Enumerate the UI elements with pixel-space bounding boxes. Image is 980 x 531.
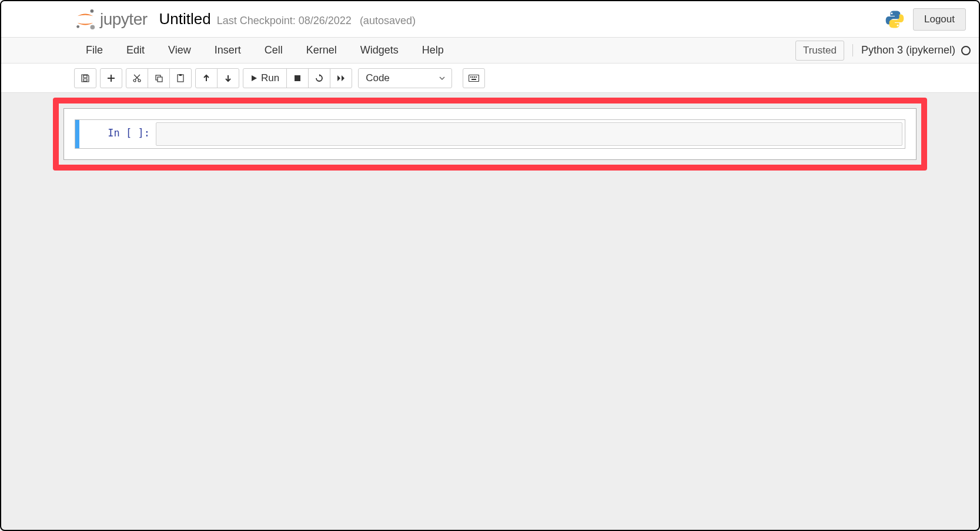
cell-container: In [ ]: xyxy=(63,108,917,160)
checkpoint-text: Last Checkpoint: 08/26/2022 xyxy=(217,15,352,27)
command-palette-button[interactable] xyxy=(463,68,485,88)
python-logo-icon xyxy=(885,9,905,29)
copy-button[interactable] xyxy=(148,68,170,88)
paste-button[interactable] xyxy=(169,68,192,88)
save-button[interactable] xyxy=(74,68,96,88)
copy-icon xyxy=(154,74,163,83)
save-icon xyxy=(81,74,90,83)
svg-rect-17 xyxy=(471,79,476,80)
notebook-area: In [ ]: xyxy=(1,93,979,175)
svg-rect-8 xyxy=(158,77,162,82)
move-group xyxy=(195,68,239,88)
autosaved-text: (autosaved) xyxy=(360,15,416,27)
title-area: Untitled Last Checkpoint: 08/26/2022 (au… xyxy=(159,10,416,28)
svg-point-1 xyxy=(91,25,95,29)
menu-file[interactable]: File xyxy=(74,38,115,62)
menu-view[interactable]: View xyxy=(156,38,203,62)
play-icon xyxy=(250,75,257,82)
svg-point-3 xyxy=(891,12,892,14)
move-up-button[interactable] xyxy=(195,68,218,88)
svg-rect-16 xyxy=(476,76,477,78)
highlight-annotation: In [ ]: xyxy=(53,98,927,171)
move-down-button[interactable] xyxy=(217,68,239,88)
svg-rect-10 xyxy=(179,74,182,76)
cell-type-select[interactable]: Code xyxy=(358,68,452,88)
cell-input[interactable] xyxy=(156,122,902,146)
paste-icon xyxy=(176,74,185,83)
cell-prompt: In [ ]: xyxy=(79,120,156,148)
logout-button[interactable]: Logout xyxy=(913,8,966,31)
fast-forward-icon xyxy=(337,75,345,82)
interrupt-button[interactable] xyxy=(286,68,309,88)
header: jupyter Untitled Last Checkpoint: 08/26/… xyxy=(1,1,979,38)
run-label: Run xyxy=(261,72,279,84)
edit-group xyxy=(126,68,192,88)
svg-point-4 xyxy=(897,24,899,26)
svg-rect-13 xyxy=(470,76,471,78)
restart-button[interactable] xyxy=(308,68,330,88)
svg-rect-12 xyxy=(469,75,479,81)
kernel-status-icon[interactable] xyxy=(961,46,971,55)
menu-insert[interactable]: Insert xyxy=(203,38,253,62)
kernel-indicator: Python 3 (ipykernel) xyxy=(852,44,971,56)
restart-icon xyxy=(315,74,323,82)
keyboard-icon xyxy=(469,75,479,82)
run-button[interactable]: Run xyxy=(243,68,287,88)
header-right: Logout xyxy=(885,8,966,31)
stop-icon xyxy=(294,75,301,82)
svg-rect-14 xyxy=(472,76,473,78)
svg-point-6 xyxy=(138,79,141,82)
code-cell[interactable]: In [ ]: xyxy=(75,119,905,149)
trusted-indicator[interactable]: Trusted xyxy=(795,41,844,61)
arrow-down-icon xyxy=(224,74,232,82)
menubar-right: Trusted Python 3 (ipykernel) xyxy=(795,41,971,61)
svg-point-2 xyxy=(76,25,79,28)
menu-widgets[interactable]: Widgets xyxy=(349,38,410,62)
cut-icon xyxy=(132,74,142,83)
menu-edit[interactable]: Edit xyxy=(115,38,156,62)
run-group: Run xyxy=(243,68,352,88)
arrow-up-icon xyxy=(202,74,210,82)
jupyter-logo[interactable]: jupyter xyxy=(74,8,148,31)
restart-run-all-button[interactable] xyxy=(330,68,352,88)
logo-text: jupyter xyxy=(100,10,148,29)
menu-help[interactable]: Help xyxy=(410,38,456,62)
svg-rect-15 xyxy=(474,76,475,78)
plus-icon xyxy=(106,74,116,83)
svg-point-5 xyxy=(133,79,136,82)
menu-cell[interactable]: Cell xyxy=(253,38,295,62)
svg-rect-11 xyxy=(295,75,300,81)
cell-selection-bar xyxy=(75,120,79,148)
notebook-title[interactable]: Untitled xyxy=(159,10,211,28)
jupyter-logo-icon xyxy=(74,8,96,31)
add-cell-button[interactable] xyxy=(100,68,122,88)
cut-button[interactable] xyxy=(126,68,148,88)
svg-point-0 xyxy=(91,9,94,12)
kernel-name[interactable]: Python 3 (ipykernel) xyxy=(861,44,955,56)
menu-items: File Edit View Insert Cell Kernel Widget… xyxy=(74,38,456,62)
menu-kernel[interactable]: Kernel xyxy=(295,38,349,62)
menubar: File Edit View Insert Cell Kernel Widget… xyxy=(1,38,979,64)
toolbar: Run Code xyxy=(1,64,979,93)
